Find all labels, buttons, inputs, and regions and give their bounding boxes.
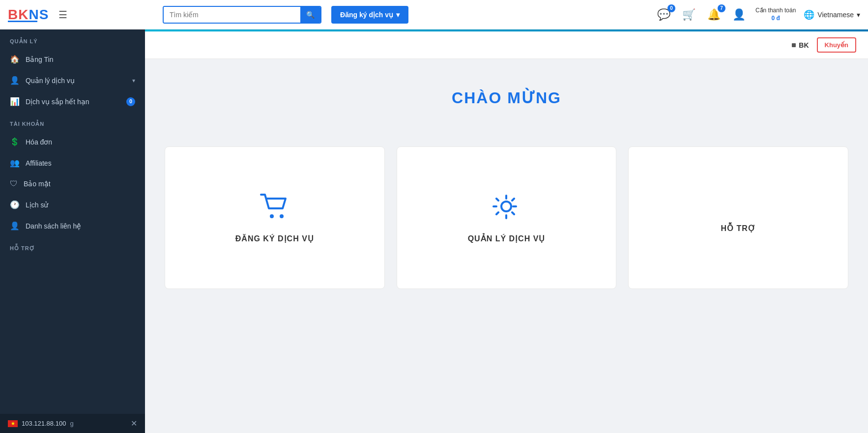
card-quan-ly-dich-vu[interactable]: QUẢN LÝ DỊCH VỤ (397, 146, 617, 289)
logo: BKNS (8, 7, 49, 22)
sidebar-label-danh-sach-lien-he: Danh sách liên hệ (26, 222, 135, 230)
welcome-title: CHÀO MỪNG (165, 88, 848, 107)
search-wrapper: 🔍 (163, 6, 321, 24)
svg-point-0 (270, 214, 274, 218)
ip-close-button[interactable]: ✕ (131, 419, 137, 428)
contacts-icon: 👤 (10, 221, 20, 231)
messages-badge: 0 (667, 4, 675, 12)
search-button[interactable]: 🔍 (300, 7, 320, 23)
language-button[interactable]: 🌐 Vietnamese ▾ (804, 9, 860, 20)
register-service-button[interactable]: Đăng ký dịch vụ ▾ (331, 6, 408, 24)
card-label-quan-ly: QUẢN LÝ DỊCH VỤ (468, 234, 546, 243)
cart-button[interactable]: 🛒 (680, 6, 697, 23)
logo-underline (8, 21, 37, 22)
card-ho-tro[interactable]: ? HỖ TRỢ (628, 146, 848, 289)
sidebar-label-bang-tin: Bảng Tin (26, 56, 135, 63)
sidebar-item-lich-su[interactable]: 🕐 Lịch sử (0, 194, 145, 215)
sidebar-item-bao-mat[interactable]: 🛡 Bảo mật (0, 173, 145, 194)
search-icon: 🔍 (306, 11, 315, 19)
card-label-ho-tro: HỖ TRỢ (721, 224, 755, 233)
notifications-badge: 7 (718, 4, 725, 12)
user-account-button[interactable]: 👤 (730, 6, 748, 23)
sidebar-item-hoa-don[interactable]: 💲 Hóa đơn (0, 131, 145, 152)
logo-area: BKNS ☰ (8, 7, 153, 23)
hamburger-button[interactable]: ☰ (55, 7, 71, 23)
cards-grid: ĐĂNG KÝ DỊCH VỤ QUẢN LÝ DỊCH VỤ ? HỖ TRỢ (145, 146, 868, 309)
dollar-icon: 💲 (10, 137, 20, 146)
sidebar-label-hoa-don: Hóa đơn (26, 138, 135, 146)
sidebar-item-affiliates[interactable]: 👥 Affiliates (0, 152, 145, 173)
ip-bar: 103.121.88.100 g ✕ (0, 414, 145, 433)
sidebar: QUẢN LÝ 🏠 Bảng Tin 👤 Quản lý dịch vụ ▾ 📊… (0, 29, 145, 433)
card-dang-ky-dich-vu[interactable]: ĐĂNG KÝ DỊCH VỤ (165, 146, 385, 289)
history-icon: 🕐 (10, 200, 20, 209)
shield-icon: 🛡 (10, 179, 18, 188)
cart-icon (259, 193, 290, 234)
notifications-button[interactable]: 🔔 7 (705, 6, 723, 23)
bk-dot (792, 43, 796, 47)
manage-icon: 👤 (10, 76, 20, 85)
sidebar-section-ho-tro: HỖ TRỢ (0, 236, 145, 256)
cart-icon: 🛒 (682, 8, 695, 21)
payment-needed-info: Cần thanh toán 0 đ (755, 7, 796, 22)
affiliates-icon: 👥 (10, 158, 20, 168)
card-label-dang-ky: ĐĂNG KÝ DỊCH VỤ (235, 234, 314, 243)
topbar: BKNS ☰ 🔍 Đăng ký dịch vụ ▾ 💬 0 🛒 🔔 7 (0, 0, 868, 29)
sidebar-label-bao-mat: Bảo mật (24, 180, 135, 188)
chart-icon: 📊 (10, 97, 20, 106)
sidebar-label-quan-ly-dich-vu: Quản lý dịch vụ (26, 77, 126, 85)
sidebar-item-dich-vu-sap-het-han[interactable]: 📊 Dịch vụ sắp hết hạn 0 (0, 91, 145, 112)
sidebar-section-tai-khoan: TÀI KHOẢN (0, 112, 145, 131)
sidebar-section-quan-ly: QUẢN LÝ (0, 29, 145, 49)
welcome-section: CHÀO MỪNG (145, 59, 868, 146)
topbar-icons: 💬 0 🛒 🔔 7 👤 Cần thanh toán 0 đ 🌐 Vietnam… (655, 6, 860, 23)
sidebar-label-affiliates: Affiliates (26, 159, 135, 167)
sidebar-item-danh-sach-lien-he[interactable]: 👤 Danh sách liên hệ (0, 215, 145, 236)
ip-suffix: g (70, 420, 73, 427)
question-circle-icon: ? (733, 203, 744, 224)
user-icon: 👤 (732, 8, 746, 21)
chevron-down-icon: ▾ (132, 77, 135, 84)
main-content: BK Khuyến CHÀO MỪNG ĐĂNG KÝ DỊCH VỤ (145, 29, 868, 433)
svg-point-1 (280, 214, 284, 218)
content-topnav: BK Khuyến (145, 31, 868, 59)
main-layout: QUẢN LÝ 🏠 Bảng Tin 👤 Quản lý dịch vụ ▾ 📊… (0, 29, 868, 433)
gear-icon (491, 193, 522, 234)
messages-button[interactable]: 💬 0 (655, 6, 672, 23)
flag-vietnam (8, 420, 18, 427)
globe-icon: 🌐 (804, 9, 814, 20)
sidebar-label-dich-vu-sap-het-han: Dịch vụ sắp hết hạn (26, 98, 120, 106)
sidebar-item-quan-ly-dich-vu[interactable]: 👤 Quản lý dịch vụ ▾ (0, 70, 145, 91)
search-input[interactable] (164, 7, 300, 23)
sidebar-label-lich-su: Lịch sử (26, 201, 135, 209)
sidebar-item-bang-tin[interactable]: 🏠 Bảng Tin (0, 49, 145, 70)
home-icon: 🏠 (10, 55, 20, 64)
search-area: 🔍 Đăng ký dịch vụ ▾ (163, 6, 408, 24)
svg-point-2 (501, 202, 511, 211)
ip-address: 103.121.88.100 (22, 420, 66, 427)
expiring-badge: 0 (126, 97, 135, 106)
bk-label: BK (792, 41, 809, 49)
khuyen-button[interactable]: Khuyến (817, 37, 856, 53)
